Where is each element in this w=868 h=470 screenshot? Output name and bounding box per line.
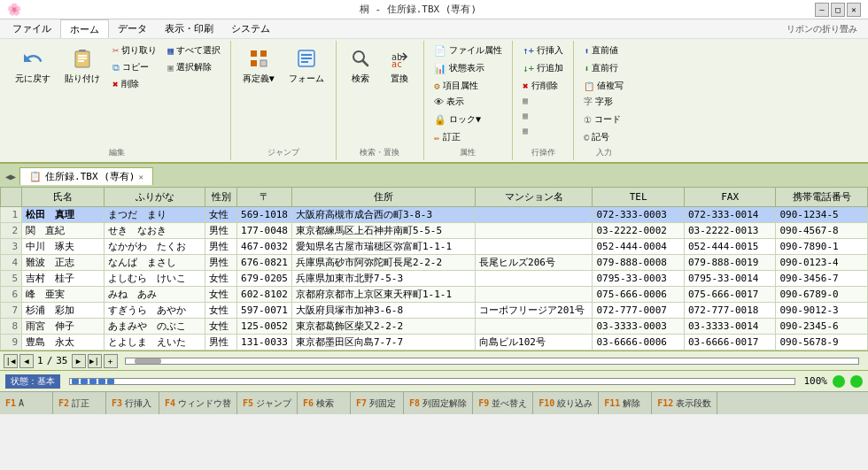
selectall-button[interactable]: ▦ すべて選択 (163, 42, 225, 58)
table-cell[interactable]: 男性 (205, 255, 237, 271)
table-cell[interactable]: 052-444-0004 (593, 239, 685, 255)
display-button[interactable]: 👁 表示 (430, 94, 469, 110)
table-cell[interactable]: 090-4567-8 (776, 223, 868, 239)
fkey-f4[interactable]: F4ウィンドウ替 (159, 392, 237, 414)
table-row[interactable]: 2関 直紀せき なおき男性177-0048東京都練馬区上石神井南町5-5-503… (1, 223, 868, 239)
deselect-button[interactable]: ▣ 選択解除 (163, 59, 225, 75)
table-row[interactable]: 9豊島 永太とよしま えいた男性131-0033東京都墨田区向島7-7-7向島ビ… (1, 335, 868, 351)
table-cell[interactable]: 125-0052 (237, 319, 292, 335)
table-cell[interactable]: 大阪府貝塚市加神3-6-8 (292, 303, 476, 319)
table-cell[interactable]: 131-0033 (237, 335, 292, 351)
table-cell[interactable]: 602-8102 (237, 287, 292, 303)
table-cell[interactable]: 03-6666-0006 (593, 335, 685, 351)
nav-add[interactable]: + (104, 354, 118, 368)
table-cell[interactable]: 03-3333-0014 (684, 319, 776, 335)
cut-button[interactable]: ✂ 切り取り (108, 42, 161, 58)
table-cell[interactable]: 679-0205 (237, 271, 292, 287)
code-button[interactable]: ① コード (579, 112, 625, 127)
table-cell[interactable]: 090-9012-3 (776, 303, 868, 319)
table-row[interactable]: 7杉浦 彩加すぎうら あやか女性597-0071大阪府貝塚市加神3-6-8コーポ… (1, 303, 868, 319)
table-cell[interactable]: すぎうら あやか (105, 303, 205, 319)
rowop-b3[interactable]: ▦ (518, 124, 532, 137)
table-cell[interactable]: 03-3333-0003 (593, 319, 685, 335)
copy-button[interactable]: ⧉ コピー (108, 59, 161, 75)
undo-button[interactable]: 元に戻す (9, 42, 57, 89)
rowins-button[interactable]: ↑+ 行挿入 (518, 42, 568, 58)
menu-data[interactable]: データ (109, 19, 156, 38)
menu-view-print[interactable]: 表示・印刷 (156, 19, 222, 38)
tab-scroll-right[interactable]: ▶ (11, 172, 16, 181)
table-cell[interactable]: 愛知県名古屋市瑞穂区弥富町1-1-1 (292, 239, 476, 255)
table-cell[interactable]: 東京都墨田区向島7-7-7 (292, 335, 476, 351)
doc-tab-main[interactable]: 📋 住所録.TBX (専有) ✕ (19, 167, 153, 185)
table-row[interactable]: 3中川 琢夫なかがわ たくお男性467-0032愛知県名古屋市瑞穂区弥富町1-1… (1, 239, 868, 255)
wordshape-button[interactable]: 字 字形 (579, 94, 617, 110)
table-cell[interactable]: 0795-33-0003 (593, 271, 685, 287)
menu-system[interactable]: システム (222, 19, 279, 38)
table-cell[interactable]: 090-1234-5 (776, 207, 868, 223)
fkey-f3[interactable]: F3行挿入 (106, 392, 159, 414)
fkey-f9[interactable]: F9並べ替え (473, 392, 533, 414)
fileprop-button[interactable]: 📄 ファイル属性 (430, 42, 507, 58)
rowadd-button[interactable]: ↓+ 行追加 (518, 60, 568, 76)
fkey-f1[interactable]: F1A (0, 392, 53, 414)
table-cell[interactable]: 079-888-0019 (684, 255, 776, 271)
table-cell[interactable]: 03-6666-0017 (684, 335, 776, 351)
rowdel-button[interactable]: ✖ 行削除 (518, 78, 562, 94)
table-cell[interactable]: 豊島 永太 (22, 335, 105, 351)
table-cell[interactable]: せき なおき (105, 223, 205, 239)
table-cell[interactable]: 峰 亜実 (22, 287, 105, 303)
table-cell[interactable]: 杉浦 彩加 (22, 303, 105, 319)
search-button[interactable]: 検索 (342, 42, 379, 89)
table-cell[interactable]: 052-444-0015 (684, 239, 776, 255)
table-cell[interactable]: 090-5678-9 (776, 335, 868, 351)
table-cell[interactable]: 090-7890-1 (776, 239, 868, 255)
menu-home[interactable]: ホーム (60, 19, 109, 38)
h-scrollbar[interactable] (125, 358, 860, 365)
table-cell[interactable]: なんば まさし (105, 255, 205, 271)
rowop-b2[interactable]: ▦ (518, 109, 532, 122)
fkey-f2[interactable]: F2訂正 (53, 392, 106, 414)
ribbon-fold-button[interactable]: リボンの折り畳み (779, 21, 864, 37)
doc-tab-close[interactable]: ✕ (138, 173, 143, 181)
table-cell[interactable]: 075-666-0017 (684, 287, 776, 303)
table-cell[interactable]: 大阪府高槻市成合西の町3-8-3 (292, 207, 476, 223)
nav-last[interactable]: ▶| (88, 354, 102, 368)
form-button[interactable]: フォーム (283, 42, 330, 89)
table-cell[interactable]: 7 (1, 303, 22, 319)
table-cell[interactable]: 男性 (205, 239, 237, 255)
table-cell[interactable]: とよしま えいた (105, 335, 205, 351)
sign-button[interactable]: © 記号 (579, 129, 614, 145)
table-cell[interactable]: 3 (1, 239, 22, 255)
prevrow-button[interactable]: ⬆ 直前値 (579, 42, 623, 58)
table-cell[interactable]: 女性 (205, 271, 237, 287)
copyval-button[interactable]: 📋 値複写 (579, 78, 628, 94)
itemprop-button[interactable]: ⚙ 項目属性 (430, 78, 483, 94)
table-row[interactable]: 6峰 亜実みね あみ女性602-8102京都府京都市上京区東天秤町1-1-107… (1, 287, 868, 303)
table-cell[interactable]: 関 直紀 (22, 223, 105, 239)
edit2-button[interactable]: ✏ 訂正 (430, 129, 465, 145)
fkey-f6[interactable]: F6検索 (298, 392, 351, 414)
table-cell[interactable]: 男性 (205, 335, 237, 351)
table-cell[interactable]: あまみや のぶこ (105, 319, 205, 335)
status-button[interactable]: 📊 状態表示 (430, 60, 489, 76)
redefine-button[interactable]: 再定義▼ (236, 42, 281, 89)
menu-file[interactable]: ファイル (4, 19, 60, 38)
table-cell[interactable] (476, 287, 593, 303)
table-cell[interactable]: 177-0048 (237, 223, 292, 239)
close-button[interactable]: ✕ (847, 3, 861, 17)
fkey-f12[interactable]: F12表示段数 (652, 392, 717, 414)
table-cell[interactable]: 03-2222-0013 (684, 223, 776, 239)
maximize-button[interactable]: □ (831, 3, 845, 17)
minimize-button[interactable]: — (815, 3, 829, 17)
paste-button[interactable]: 貼り付け (58, 42, 106, 89)
table-cell[interactable]: なかがわ たくお (105, 239, 205, 255)
table-cell[interactable]: 女性 (205, 319, 237, 335)
table-cell[interactable]: 松田 真理 (22, 207, 105, 223)
table-cell[interactable]: 京都府京都市上京区東天秤町1-1-1 (292, 287, 476, 303)
fkey-f10[interactable]: F10絞り込み (533, 392, 599, 414)
table-cell[interactable]: 5 (1, 271, 22, 287)
table-cell[interactable] (476, 271, 593, 287)
table-cell[interactable]: 467-0032 (237, 239, 292, 255)
table-row[interactable]: 5吉村 桂子よしむら けいこ女性679-0205兵庫県加東市北野7-5-3079… (1, 271, 868, 287)
